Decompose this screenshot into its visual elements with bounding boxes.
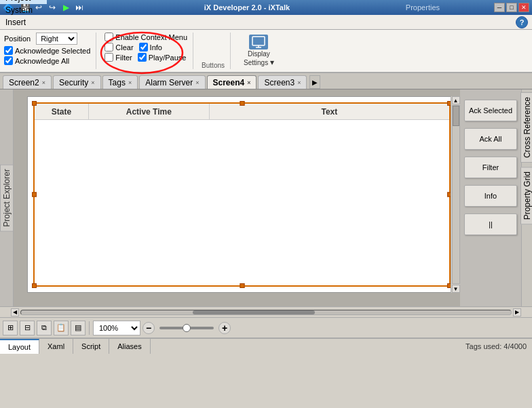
enable-context-menu-label[interactable]: Enable Context Menu: [104, 33, 187, 41]
position-row: Position Right Left Top Bottom: [4, 33, 90, 45]
tab-security[interactable]: Security×: [53, 75, 101, 89]
tab-close-0[interactable]: ×: [42, 79, 45, 86]
enable-context-menu-checkbox[interactable]: [104, 33, 113, 41]
close-button[interactable]: ✕: [518, 3, 529, 12]
status-tabs-container: LayoutXamlScriptAliases: [0, 339, 151, 354]
grid-icon-btn[interactable]: ⊞: [3, 321, 18, 335]
position-select[interactable]: Right Left Top Bottom: [36, 33, 77, 45]
status-tab-aliases[interactable]: Aliases: [109, 339, 150, 354]
window-controls: ─ □ ✕: [494, 3, 529, 12]
filter-checkbox-label[interactable]: Filter: [104, 53, 132, 62]
help-button[interactable]: ?: [516, 16, 528, 28]
scroll-down-arrow[interactable]: ▼: [452, 285, 460, 293]
acknowledge-all-checkbox[interactable]: [4, 56, 13, 65]
filter-checkbox[interactable]: [104, 53, 113, 62]
menu-item-insert[interactable]: Insert: [0, 16, 47, 28]
info-button[interactable]: Info: [464, 185, 517, 207]
alarm-widget[interactable]: State Active Time Text: [33, 102, 451, 287]
acknowledge-selected-checkbox-label[interactable]: Acknowledge Selected: [4, 46, 90, 55]
tab-screen2[interactable]: Screen2×: [3, 75, 52, 89]
handle-bot-mid: [240, 283, 244, 288]
horizontal-scrollbar[interactable]: ◀ ▶: [0, 306, 532, 317]
separator: [89, 321, 90, 335]
canvas-white: State Active Time Text: [27, 96, 457, 293]
tab-scroll-right[interactable]: ▶: [309, 75, 320, 89]
tab-label-3: Alarm Server: [145, 78, 193, 87]
acknowledge-all-checkbox-label[interactable]: Acknowledge All: [4, 56, 90, 65]
tab-screen4[interactable]: Screen4×: [207, 75, 257, 89]
filter-label: Filter: [115, 54, 132, 62]
display-settings-label2: Settings ▾: [244, 58, 274, 67]
minimize-button[interactable]: ─: [494, 3, 505, 12]
tab-alarm-server[interactable]: Alarm Server×: [139, 75, 205, 89]
status-tab-script[interactable]: Script: [73, 339, 109, 354]
layout-icon-btn[interactable]: ▤: [71, 321, 86, 335]
maximize-button[interactable]: □: [506, 3, 517, 12]
tab-close-3[interactable]: ×: [195, 79, 199, 86]
bottom-toolbar: ⊞ ⊟ ⧉ 📋 ▤ 100% 50% 75% 125% 150% 200% − …: [0, 317, 532, 338]
handle-mid-left: [32, 192, 37, 197]
redo-quick-btn[interactable]: ↪: [46, 1, 58, 14]
play-pause-button[interactable]: ||: [464, 213, 517, 235]
property-grid-tab[interactable]: Property Grid: [520, 167, 533, 224]
filter-button[interactable]: Filter: [464, 157, 517, 178]
hscroll-right[interactable]: ▶: [513, 308, 521, 317]
paste-icon-btn[interactable]: 📋: [54, 321, 69, 335]
copy-icon-btn[interactable]: ⧉: [37, 321, 52, 335]
menu-item-system[interactable]: System: [0, 4, 47, 16]
status-tab-layout[interactable]: Layout: [0, 339, 39, 354]
project-explorer-tab[interactable]: Project Explorer: [0, 164, 14, 231]
zoom-slider[interactable]: [159, 327, 214, 329]
tab-close-1[interactable]: ×: [91, 79, 94, 86]
buttons-group: Buttons: [202, 33, 231, 69]
playpause-checkbox[interactable]: [138, 53, 147, 62]
zoom-select[interactable]: 100% 50% 75% 125% 150% 200%: [93, 321, 140, 335]
step-quick-btn[interactable]: ⏭: [73, 1, 86, 14]
zoom-minus-button[interactable]: −: [142, 322, 155, 334]
tab-label-2: Tags: [109, 78, 126, 87]
zoom-slider-thumb: [183, 324, 191, 332]
svg-rect-1: [252, 37, 265, 45]
content-area: Screen2×Security×Tags×Alarm Server×Scree…: [0, 73, 532, 338]
info-checkbox-label[interactable]: Info: [139, 43, 162, 52]
run-quick-btn[interactable]: ▶: [60, 1, 72, 14]
status-tab-xaml[interactable]: Xaml: [39, 339, 73, 354]
playpause-checkbox-label[interactable]: Play/Pause: [138, 53, 187, 62]
info-label: Info: [150, 43, 162, 52]
display-settings-label: Display: [248, 50, 270, 58]
tab-label-5: Screen3: [264, 78, 294, 87]
playpause-label: Play/Pause: [149, 54, 187, 62]
monitor-icon: [252, 36, 265, 48]
tab-close-4[interactable]: ×: [247, 79, 250, 86]
display-settings-button[interactable]: Display Settings ▾: [239, 33, 279, 69]
enable-context-menu-text: Enable Context Menu: [115, 33, 187, 41]
text-column-header: Text: [210, 104, 449, 119]
active-time-column-header: Active Time: [89, 104, 210, 119]
cross-reference-tab[interactable]: Cross Reference: [520, 92, 533, 163]
vertical-scrollbar[interactable]: ▲ ▼: [451, 96, 460, 293]
hscroll-track: [20, 310, 512, 315]
zoom-plus-button[interactable]: +: [218, 322, 231, 334]
tab-screen3[interactable]: Screen3×: [258, 75, 307, 89]
dropdown-arrow: ▾: [270, 58, 274, 67]
tab-close-2[interactable]: ×: [128, 79, 132, 86]
hscroll-thumb: [193, 310, 316, 314]
tab-tags[interactable]: Tags×: [102, 75, 138, 89]
acknowledge-selected-label: Acknowledge Selected: [15, 47, 90, 55]
tab-container: Screen2×Security×Tags×Alarm Server×Scree…: [3, 75, 307, 89]
acknowledge-selected-checkbox[interactable]: [4, 46, 13, 55]
ack-all-button[interactable]: Ack All: [464, 128, 517, 150]
clear-checkbox-label[interactable]: Clear: [104, 43, 133, 52]
tab-close-5[interactable]: ×: [297, 79, 301, 86]
scroll-up-arrow[interactable]: ▲: [452, 96, 460, 104]
tab-label-0: Screen2: [9, 78, 39, 87]
ack-selected-button[interactable]: Ack Selected: [464, 100, 517, 121]
position-group: Position Right Left Top Bottom Acknowled…: [4, 33, 96, 69]
tab-bar: Screen2×Security×Tags×Alarm Server×Scree…: [0, 73, 532, 89]
hscroll-left[interactable]: ◀: [11, 308, 19, 317]
project-explorer-sidebar: Project Explorer: [0, 89, 14, 306]
align-icon-btn[interactable]: ⊟: [20, 321, 35, 335]
display-settings-icon: [249, 35, 268, 49]
clear-checkbox[interactable]: [104, 43, 113, 52]
info-checkbox[interactable]: [139, 43, 148, 52]
